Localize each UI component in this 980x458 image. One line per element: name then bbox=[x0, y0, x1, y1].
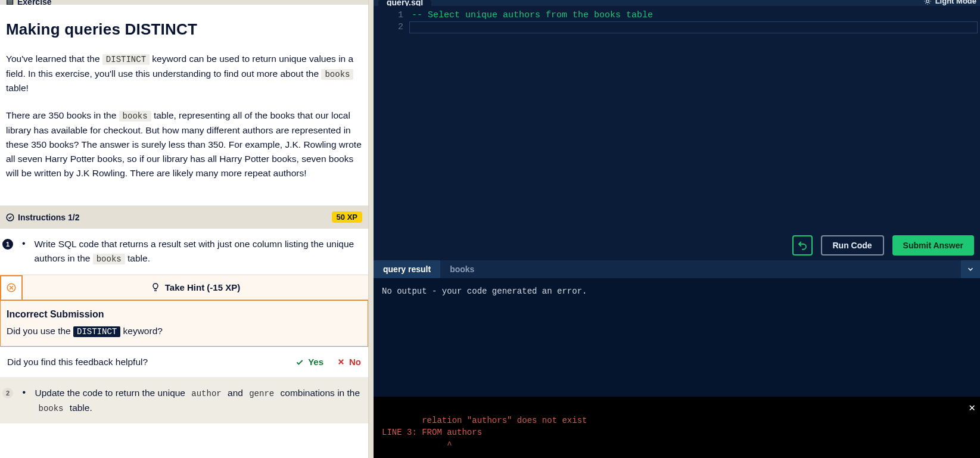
exercise-para-2: There are 350 books in the books table, … bbox=[6, 108, 362, 180]
code-books: books bbox=[93, 254, 125, 264]
error-circle-icon bbox=[6, 282, 17, 293]
code-keyword-distinct: DISTINCT bbox=[73, 326, 120, 337]
exercise-header-label: Exercise bbox=[17, 0, 52, 5]
error-line: ^ bbox=[382, 440, 452, 450]
text: table. bbox=[125, 253, 150, 263]
tab-query-result[interactable]: query result bbox=[374, 260, 440, 278]
text: Write SQL code that returns a result set… bbox=[34, 239, 354, 263]
lightbulb-icon bbox=[151, 282, 160, 292]
editor-tab-query[interactable]: query.sql bbox=[378, 0, 431, 6]
text: Update the code to return the unique bbox=[35, 388, 188, 398]
xp-badge: 50 XP bbox=[332, 211, 362, 223]
instructions-label: Instructions 1/2 bbox=[18, 213, 79, 222]
line-number: 2 bbox=[374, 21, 403, 33]
text: keyword? bbox=[120, 326, 163, 336]
text: and bbox=[225, 388, 245, 398]
code-books: books bbox=[119, 111, 151, 121]
code-panel: query.sql Light Mode 1 2 -- Select uniqu… bbox=[374, 0, 980, 458]
result-tab-bar: query result books bbox=[374, 260, 980, 278]
editor-tab-bar: query.sql Light Mode bbox=[374, 0, 980, 6]
text: table. bbox=[67, 403, 92, 413]
instruction-step-2: 2 • Update the code to return the unique… bbox=[0, 378, 368, 423]
error-bar: ✕relation "authors" does not exist LINE … bbox=[374, 397, 980, 458]
feedback-title: Incorrect Submission bbox=[7, 309, 362, 320]
instruction-step-1: 1 • Write SQL code that returns a result… bbox=[0, 229, 368, 275]
exercise-panel: ▤ Exercise Making queries DISTINCT You'v… bbox=[0, 0, 368, 458]
check-circle-icon bbox=[6, 213, 14, 222]
error-line: relation "authors" does not exist bbox=[422, 416, 587, 425]
code-distinct: DISTINCT bbox=[102, 54, 150, 65]
app-root: ▤ Exercise Making queries DISTINCT You'v… bbox=[0, 0, 980, 458]
step-number-badge: 1 bbox=[2, 239, 13, 250]
svg-point-2 bbox=[926, 0, 929, 2]
instructions-bar: Instructions 1/2 50 XP bbox=[0, 205, 368, 229]
undo-icon bbox=[797, 240, 808, 251]
check-icon bbox=[295, 357, 304, 367]
bullet-icon: • bbox=[21, 238, 26, 249]
error-close-button[interactable]: ✕ bbox=[969, 400, 975, 416]
submit-answer-button[interactable]: Submit Answer bbox=[892, 235, 974, 256]
run-code-button[interactable]: Run Code bbox=[821, 235, 884, 256]
feedback-helpful-row: Did you find this feedback helpful? Yes … bbox=[0, 347, 368, 378]
tab-label: query.sql bbox=[387, 0, 423, 6]
text: Did you use the bbox=[7, 326, 73, 336]
exercise-header: ▤ Exercise bbox=[0, 0, 368, 5]
reset-code-button[interactable] bbox=[792, 235, 813, 256]
exercise-icon: ▤ bbox=[6, 0, 14, 5]
panel-resize-handle[interactable] bbox=[368, 0, 374, 458]
line-gutter: 1 2 bbox=[374, 6, 409, 260]
line-number: 1 bbox=[374, 10, 403, 21]
code-genre: genre bbox=[245, 388, 278, 399]
error-line: LINE 3: FROM authors bbox=[382, 428, 482, 437]
code-line bbox=[412, 21, 653, 33]
collapse-results-button[interactable] bbox=[961, 260, 980, 278]
exercise-body: Making queries DISTINCT You've learned t… bbox=[0, 5, 368, 205]
hint-row: Take Hint (-15 XP) bbox=[0, 275, 368, 301]
take-hint-label: Take Hint (-15 XP) bbox=[165, 282, 240, 292]
exercise-para-1: You've learned that the DISTINCT keyword… bbox=[6, 52, 362, 95]
feedback-text: Did you use the DISTINCT keyword? bbox=[7, 326, 362, 337]
text: There are 350 books in the bbox=[6, 110, 119, 120]
step-text: Write SQL code that returns a result set… bbox=[34, 237, 362, 266]
sun-icon bbox=[923, 0, 932, 5]
tab-books[interactable]: books bbox=[440, 260, 484, 278]
chevron-down-icon bbox=[966, 265, 975, 273]
feedback-indicator-tab[interactable] bbox=[0, 275, 23, 300]
code-lines: -- Select unique authors from the books … bbox=[409, 6, 653, 260]
take-hint-button[interactable]: Take Hint (-15 XP) bbox=[23, 275, 368, 300]
result-body: No output - your code generated an error… bbox=[374, 278, 980, 458]
code-books: books bbox=[321, 69, 353, 80]
step-number-badge: 2 bbox=[2, 388, 13, 398]
text: table, representing all of the books tha… bbox=[6, 110, 362, 178]
text: No bbox=[349, 357, 361, 367]
code-comment: -- Select unique authors from the books … bbox=[412, 10, 653, 20]
bullet-icon: • bbox=[21, 387, 27, 398]
exercise-title: Making queries DISTINCT bbox=[6, 20, 362, 39]
light-mode-label: Light Mode bbox=[935, 0, 976, 5]
text: table! bbox=[6, 83, 29, 93]
feedback-box: Incorrect Submission Did you use the DIS… bbox=[0, 301, 368, 347]
feedback-helpful-question: Did you find this feedback helpful? bbox=[7, 357, 148, 367]
result-message: No output - your code generated an error… bbox=[382, 286, 972, 296]
step-text: Update the code to return the unique aut… bbox=[35, 386, 363, 415]
code-editor[interactable]: 1 2 -- Select unique authors from the bo… bbox=[374, 6, 980, 260]
feedback-no-button[interactable]: No bbox=[337, 357, 361, 367]
x-icon bbox=[337, 357, 346, 366]
feedback-yes-button[interactable]: Yes bbox=[295, 357, 323, 367]
light-mode-toggle[interactable]: Light Mode bbox=[923, 0, 976, 5]
text: Yes bbox=[308, 357, 323, 367]
code-author: author bbox=[188, 388, 225, 399]
exercise-scroll[interactable]: Making queries DISTINCT You've learned t… bbox=[0, 5, 368, 458]
code-books: books bbox=[35, 403, 67, 414]
run-bar: Run Code Submit Answer bbox=[792, 235, 975, 256]
text: You've learned that the bbox=[6, 54, 102, 64]
text: combinations in the bbox=[278, 388, 360, 398]
